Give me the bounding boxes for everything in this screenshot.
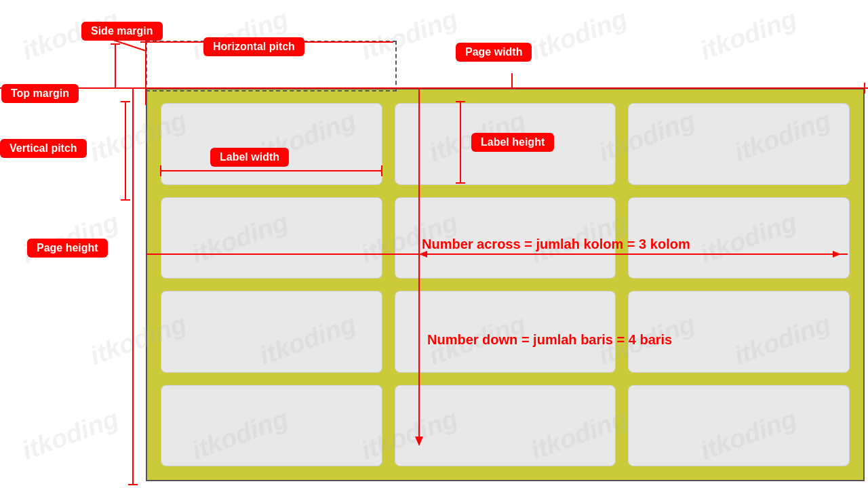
badge-label-width: Label width	[210, 148, 289, 167]
watermark: itkoding	[527, 4, 631, 66]
label-cell	[161, 103, 382, 185]
label-cell	[161, 291, 382, 373]
number-across-text: Number across = jumlah kolom = 3 kolom	[422, 237, 690, 252]
diagram: itkoding itkoding itkoding itkoding itko…	[0, 0, 868, 488]
badge-page-width: Page width	[456, 43, 532, 62]
badge-label-height: Label height	[471, 133, 554, 152]
badge-vertical-pitch: Vertical pitch	[0, 139, 87, 158]
badge-horizontal-pitch: Horizontal pitch	[203, 37, 304, 56]
badge-top-margin: Top margin	[1, 84, 79, 103]
label-cell	[628, 385, 850, 467]
label-cell	[161, 197, 382, 279]
label-cell	[395, 385, 616, 467]
watermark: itkoding	[18, 404, 123, 466]
badge-page-height: Page height	[27, 239, 108, 258]
watermark: itkoding	[696, 4, 801, 66]
label-cell	[161, 385, 382, 467]
number-down-text: Number down = jumlah baris = 4 baris	[427, 332, 672, 348]
label-cell	[628, 103, 850, 185]
badge-side-margin: Side margin	[81, 22, 163, 41]
